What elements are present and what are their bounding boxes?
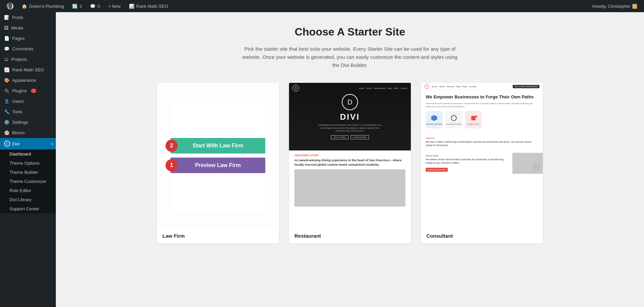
- bloom-icon: 🌸: [4, 130, 9, 135]
- tools-icon: 🔧: [4, 109, 9, 114]
- consultant-label: Consultant: [421, 228, 543, 243]
- consultant-preview: D Home About Services Blog Shop Contact …: [421, 83, 543, 228]
- divi-submenu-theme-options[interactable]: Theme Options: [0, 159, 56, 168]
- pages-icon: 📄: [4, 36, 9, 41]
- start-badge: 2: [165, 140, 178, 152]
- sidebar-item-rank-math[interactable]: 📈 Rank Math SEO: [0, 65, 56, 75]
- plugins-icon: 🔌: [4, 88, 9, 93]
- adminbar-wp-logo[interactable]: [3, 0, 17, 12]
- law-firm-overlay: 2 Start With Law Firm 1 Preview Law Firm: [157, 83, 279, 228]
- restaurant-preview: D Home About Reservations Blog Shop Cont…: [289, 83, 411, 228]
- sidebar-item-appearance[interactable]: 🎨 Appearance: [0, 75, 56, 86]
- consultant-cta-btn: MORE CASE STUDIES: [426, 168, 448, 172]
- appearance-icon: 🎨: [4, 78, 9, 83]
- consultant-nav: D Home About Services Blog Shop Contact …: [421, 83, 543, 90]
- preview-btn-row: 1 Preview Law Firm: [171, 158, 265, 173]
- media-icon: 🖼: [4, 25, 8, 30]
- restaurant-tagline: EXPERIENCE RESTAURANTS LIKE YOURS. TO GU…: [316, 124, 384, 132]
- sidebar-item-divi[interactable]: D Divi ‹: [0, 138, 56, 149]
- restaurant-label: Restaurant: [289, 228, 411, 243]
- sidebar-item-projects[interactable]: 🗂 Projects: [0, 54, 56, 65]
- law-firm-preview: Law Firm 2 Start With Law Firm 1 Preview…: [157, 83, 279, 228]
- consultant-about: ABOUT US We have a habit of delivering t…: [421, 135, 543, 150]
- consultant-play-button: ▶: [533, 164, 539, 170]
- sidebar-item-users[interactable]: 👤 Users: [0, 96, 56, 107]
- divi-submenu-theme-builder[interactable]: Theme Builder: [0, 168, 56, 177]
- rank-math-icon: 📈: [4, 67, 9, 72]
- divi-collapse-arrow: ‹: [51, 141, 53, 147]
- sidebar-item-settings[interactable]: ⚙️ Settings: [0, 117, 56, 127]
- divi-submenu-support-center[interactable]: Support Center: [0, 204, 56, 213]
- starter-site-card-restaurant: D Home About Reservations Blog Shop Cont…: [289, 83, 411, 243]
- start-btn-row: 2 Start With Law Firm: [171, 138, 265, 154]
- users-icon: 👤: [4, 99, 9, 104]
- divi-circle-logo: D: [342, 94, 358, 110]
- adminbar-updates[interactable]: 🔄 2: [69, 0, 85, 12]
- divi-icon: D: [4, 141, 10, 147]
- consultant-image: ▶: [512, 153, 543, 174]
- divi-submenu: Dashboard Theme Options Theme Builder Th…: [0, 149, 56, 213]
- settings-icon: ⚙️: [4, 120, 9, 125]
- preview-law-firm-button[interactable]: Preview Law Firm: [171, 158, 265, 173]
- consultant-nav-cta: GET A FREE CONSULTATION: [513, 85, 539, 88]
- adminbar-rank-math[interactable]: 📊 Rank Math SEO: [126, 0, 172, 12]
- sidebar-item-comments[interactable]: 💬 Comments: [0, 44, 56, 54]
- consultant-hero: We Empower Businesses to Forge Their Own…: [421, 90, 543, 135]
- preview-badge: 1: [165, 159, 178, 171]
- divi-submenu-dashboard[interactable]: Dashboard: [0, 149, 56, 159]
- main-content: Choose A Starter Site Pick the starter s…: [56, 12, 644, 307]
- consultant-recent: RECENT WORK We deliver certain transform…: [421, 153, 543, 174]
- start-with-law-firm-button[interactable]: Start With Law Firm: [171, 138, 265, 154]
- sidebar: 📝 Posts 🖼 Media 📄 Pages 💬 Comments 🗂 Pro…: [0, 12, 56, 307]
- svg-point-1: [451, 115, 456, 120]
- projects-icon: 🗂: [4, 57, 8, 62]
- starter-sites-grid: Law Firm 2 Start With Law Firm 1 Preview…: [76, 83, 624, 243]
- restaurant-image: [294, 169, 405, 207]
- consultant-icons: Branding & Marketing Community & Social: [426, 111, 538, 128]
- sidebar-item-bloom[interactable]: 🌸 Bloom: [0, 127, 56, 138]
- sidebar-item-pages[interactable]: 📄 Pages: [0, 33, 56, 44]
- sidebar-item-plugins[interactable]: 🔌 Plugins 1: [0, 86, 56, 96]
- posts-icon: 📝: [4, 15, 9, 20]
- sidebar-item-media[interactable]: 🖼 Media: [0, 23, 56, 33]
- restaurant-title: DIVI: [340, 112, 360, 122]
- restaurant-hero: D Home About Reservations Blog Shop Cont…: [289, 83, 411, 150]
- sidebar-item-tools[interactable]: 🔧 Tools: [0, 107, 56, 117]
- divi-submenu-theme-customizer[interactable]: Theme Customizer: [0, 177, 56, 186]
- page-description: Pick the starter site that best suits yo…: [242, 45, 458, 69]
- adminbar-site-name[interactable]: 🏠 Green's Plumbing: [18, 0, 67, 12]
- adminbar-user-greeting: Howdy, Christopher 🖼️: [592, 4, 641, 9]
- law-firm-label: Law Firm: [157, 228, 279, 243]
- admin-bar: 🏠 Green's Plumbing 🔄 2 💬 0 + New 📊 Rank …: [0, 0, 644, 12]
- divi-submenu-role-editor[interactable]: Role Editor: [0, 186, 56, 195]
- starter-site-card-consultant: D Home About Services Blog Shop Contact …: [421, 83, 543, 243]
- consultant-logo: D: [424, 84, 429, 89]
- restaurant-content: FEATURED STORY An award-winning dining e…: [289, 150, 411, 228]
- starter-site-card-law-firm: Law Firm 2 Start With Law Firm 1 Preview…: [157, 83, 279, 243]
- restaurant-nav-logo: D: [292, 85, 299, 92]
- adminbar-new[interactable]: + New: [105, 0, 124, 12]
- comments-icon: 💬: [4, 46, 9, 51]
- sidebar-item-posts[interactable]: 📝 Posts: [0, 12, 56, 23]
- svg-marker-0: [431, 115, 437, 121]
- page-title: Choose A Starter Site: [76, 26, 624, 38]
- divi-submenu-divi-library[interactable]: Divi Library: [0, 195, 56, 204]
- svg-rect-2: [471, 116, 475, 120]
- adminbar-comments[interactable]: 💬 0: [87, 0, 103, 12]
